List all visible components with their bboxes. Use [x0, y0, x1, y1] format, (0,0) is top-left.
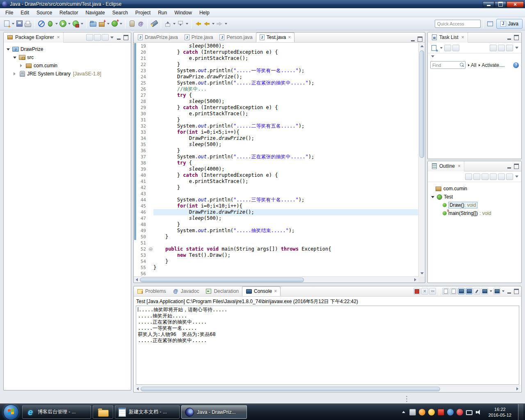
open-console-icon[interactable] [493, 288, 500, 294]
minimize-icon[interactable] [506, 288, 512, 294]
maximize-icon[interactable] [417, 36, 423, 42]
code-line-19[interactable]: 19 sleep(3000); [134, 43, 418, 49]
tab-drawprize-java[interactable]: DrawPrize.java [135, 32, 181, 42]
network-icon[interactable] [466, 410, 472, 415]
code-line-26[interactable]: 26 //抽奖中... [134, 86, 418, 92]
help-icon[interactable] [513, 62, 519, 68]
console-horizontal-scrollbar[interactable] [135, 386, 520, 392]
tray-icon-red-circle[interactable] [457, 409, 463, 415]
open-perspective-icon[interactable] [486, 20, 494, 28]
view-menu-icon[interactable] [514, 45, 519, 51]
link-with-editor-icon[interactable] [94, 34, 101, 41]
print-icon[interactable] [24, 20, 32, 28]
close-icon[interactable] [288, 34, 291, 40]
menu-source[interactable]: Source [33, 9, 56, 17]
tab-declaration[interactable]: Declaration [202, 286, 242, 296]
scrollbar-thumb[interactable] [140, 278, 304, 282]
forward-dropdown-icon[interactable] [224, 20, 228, 28]
last-edit-location-icon[interactable] [194, 20, 202, 28]
code-line-47[interactable]: 47 sleep(500); [134, 215, 418, 221]
java-perspective-button[interactable]: Java [496, 19, 523, 29]
expander-icon[interactable] [12, 72, 17, 75]
javadoc-icon[interactable] [137, 20, 145, 28]
menu-navigate[interactable]: Navigate [82, 9, 108, 17]
menu-edit[interactable]: Edit [17, 9, 33, 17]
remove-all-launches-icon[interactable] [429, 288, 436, 294]
code-line-44[interactable]: 44 System.out.println(".....三等奖有十名....."… [134, 197, 418, 203]
outline-item-package[interactable]: com.cumin [428, 185, 521, 193]
code-line-52[interactable]: 52 public static void main(String args[]… [134, 246, 418, 252]
menu-project[interactable]: Project [132, 9, 154, 17]
focus-icon[interactable] [102, 34, 109, 41]
new-dropdown-icon[interactable] [11, 20, 15, 28]
hide-local-types-icon[interactable] [506, 173, 513, 180]
close-icon[interactable] [274, 288, 277, 294]
forward-icon[interactable] [215, 20, 224, 28]
run-icon[interactable] [59, 20, 67, 28]
minimize-icon[interactable] [506, 34, 512, 41]
tab-prize-java[interactable]: Prize.java [181, 32, 217, 42]
close-icon[interactable] [57, 34, 60, 40]
window-maximize-button[interactable] [495, 1, 506, 7]
package-explorer-tab[interactable]: Package Explorer [4, 32, 64, 43]
categorized-icon[interactable] [452, 45, 459, 51]
filter-all-link[interactable]: All [468, 62, 476, 68]
menu-search[interactable]: Search [109, 9, 132, 17]
tree-item-project[interactable]: DrawPrize [4, 45, 131, 53]
menu-window[interactable]: Window [171, 9, 196, 17]
expander-icon[interactable] [5, 48, 11, 50]
tree-item-src[interactable]: src [4, 53, 131, 62]
code-line-48[interactable]: 48 } [134, 221, 418, 228]
outline-item-class[interactable]: Test [428, 193, 521, 201]
tray-icon-red[interactable] [438, 409, 444, 415]
minimize-icon[interactable] [409, 36, 416, 42]
tray-icon-orange[interactable] [419, 409, 425, 415]
next-annotation-icon[interactable] [176, 20, 185, 28]
show-desktop-button[interactable] [518, 404, 523, 420]
menu-file[interactable]: File [2, 9, 17, 17]
debug-icon[interactable] [46, 20, 54, 28]
outline-tab[interactable]: Outline [428, 161, 464, 171]
code-line-49[interactable]: 49 System.out.println(".....抽奖结束....."); [134, 228, 418, 234]
collapse-all-icon[interactable] [86, 34, 93, 41]
code-line-38[interactable]: 38 try { [134, 160, 418, 166]
save-icon[interactable] [15, 20, 23, 28]
menu-help[interactable]: Help [196, 9, 213, 17]
taskbar-button-explorer[interactable] [93, 405, 113, 419]
scroll-right-icon[interactable] [412, 277, 418, 283]
expander-icon[interactable] [12, 57, 17, 59]
maximize-icon[interactable] [123, 34, 129, 41]
code-line-33[interactable]: 33 for(int i=0;i<5;i++){ [134, 129, 418, 135]
code-line-51[interactable]: 51 [134, 240, 418, 246]
code-line-43[interactable]: 43 [134, 191, 418, 197]
code-line-30[interactable]: 30 e.printStackTrace(); [134, 111, 418, 117]
hide-fields-icon[interactable] [482, 173, 488, 180]
code-line-46[interactable]: 46 DrawPrize.drawPrize(); [134, 209, 418, 215]
taskbar-clock[interactable]: 16:22 2016-05-12 [485, 406, 515, 418]
close-icon[interactable] [461, 34, 464, 40]
maximize-icon[interactable] [513, 163, 520, 169]
jar-export-icon[interactable] [128, 20, 136, 28]
show-hidden-icons-icon[interactable] [401, 409, 406, 415]
focus-icon[interactable] [465, 173, 472, 180]
code-line-20[interactable]: 20 } catch (InterruptedException e) { [134, 49, 418, 55]
tab-person-java[interactable]: Person.java [216, 32, 256, 42]
run-dropdown-icon[interactable] [67, 20, 71, 28]
outline-item-draw-method[interactable]: Draw() : void [428, 201, 521, 209]
remove-launch-icon[interactable] [421, 288, 428, 294]
tab-javadoc[interactable]: Javadoc [169, 286, 203, 296]
show-console-on-stderr-icon[interactable] [466, 288, 472, 294]
expander-icon[interactable] [430, 196, 435, 198]
scroll-lock-icon[interactable] [450, 288, 457, 294]
console-output[interactable]: .....抽奖即将开始，请耐心等待..........抽奖开始.........… [136, 306, 519, 385]
show-console-on-stdout-icon[interactable] [458, 288, 465, 294]
window-minimize-button[interactable] [483, 1, 494, 7]
code-line-39[interactable]: 39 sleep(4000); [134, 166, 418, 172]
code-line-53[interactable]: 53 new Test().Draw(); [134, 252, 418, 258]
tree-item-package[interactable]: com.cumin [4, 62, 131, 70]
new-task-icon[interactable] [430, 44, 438, 52]
editor-vertical-scrollbar[interactable] [418, 43, 425, 276]
code-line-32[interactable]: 32 System.out.println(".....二等奖有五名....."… [134, 123, 418, 129]
hide-completed-icon[interactable] [498, 45, 505, 51]
tab-problems[interactable]: Problems [134, 286, 169, 296]
